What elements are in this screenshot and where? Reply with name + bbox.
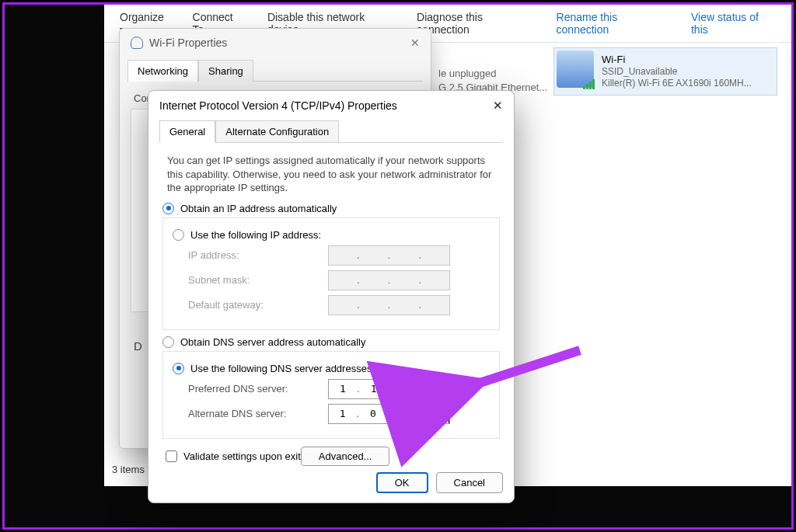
tab-alternate-config[interactable]: Alternate Configuration (215, 120, 339, 143)
wifi-connection-item[interactable]: Wi-Fi SSID_Unavailable Killer(R) Wi-Fi 6… (553, 47, 777, 96)
ip-address-input: ... (328, 245, 450, 266)
tab-general[interactable]: General (159, 120, 215, 143)
radio-dns-manual[interactable]: Use the following DNS server addresses: (173, 363, 490, 374)
status-bar: 3 items (112, 464, 145, 475)
connection-ssid: SSID_Unavailable (602, 66, 752, 78)
tab-networking[interactable]: Networking (127, 60, 198, 82)
alternate-dns-input[interactable]: 1.0.0.1 (328, 404, 450, 424)
preferred-dns-input[interactable]: 1.1.1.1 (328, 379, 450, 399)
radio-ip-manual[interactable]: Use the following IP address: (173, 229, 490, 241)
validate-label: Validate settings upon exit (183, 450, 301, 462)
toolbar-view-status[interactable]: View status of this (691, 11, 776, 36)
radio-dns-auto[interactable]: Obtain DNS server address automatically (162, 336, 500, 348)
ipv4-properties-dialog: Internet Protocol Version 4 (TCP/IPv4) P… (148, 90, 515, 503)
connection-adapter: Killer(R) Wi-Fi 6E AX1690i 160MH... (602, 78, 752, 89)
description-label-partial: D (134, 339, 142, 353)
ok-button[interactable]: OK (376, 472, 428, 493)
dialog-title: Wi-Fi Properties (149, 37, 227, 49)
radio-ip-auto[interactable]: Obtain an IP address automatically (162, 203, 500, 214)
signal-bars-icon (583, 78, 597, 89)
toolbar-rename[interactable]: Rename this connection (557, 11, 669, 36)
gateway-input: ... (328, 295, 450, 315)
toolbar-diagnose[interactable]: Diagnose this connection (417, 11, 534, 36)
dialog-title: Internet Protocol Version 4 (TCP/IPv4) P… (159, 99, 397, 112)
close-icon[interactable]: ✕ (493, 99, 503, 113)
info-text: You can get IP settings assigned automat… (167, 154, 495, 195)
connection-name: Wi-Fi (602, 54, 752, 66)
dns-group: Use the following DNS server addresses: … (162, 351, 500, 439)
validate-checkbox[interactable] (166, 450, 177, 462)
subnet-mask-input: ... (328, 270, 450, 290)
advanced-button[interactable]: Advanced... (301, 447, 390, 466)
cancel-button[interactable]: Cancel (436, 472, 503, 493)
monitor-icon (557, 50, 594, 88)
wifi-icon (131, 37, 143, 49)
ip-group: Use the following IP address: IP address… (162, 217, 500, 330)
close-icon[interactable]: ✕ (410, 37, 420, 49)
tab-sharing[interactable]: Sharing (198, 60, 253, 82)
